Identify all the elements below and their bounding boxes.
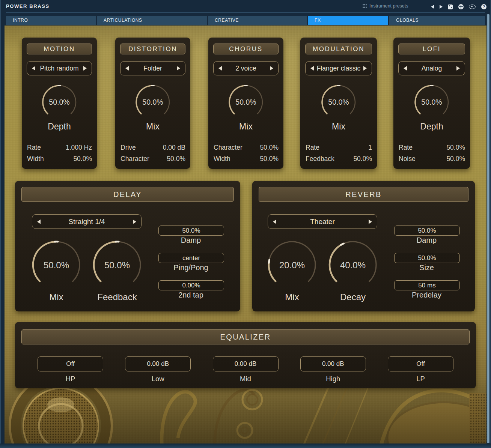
tab-fx[interactable]: FX [308,16,388,25]
eq-hp-field[interactable]: Off [38,356,103,371]
prev-arrow-icon[interactable] [32,66,35,71]
eq-lp-field[interactable]: Off [388,356,453,371]
knob-label: Depth [22,122,97,132]
param-value[interactable]: 1.000 Hz [66,144,92,152]
scrollbar-thumb[interactable] [487,14,489,443]
window-bottom-edge [0,443,491,448]
tab-creative[interactable]: CREATIVE [208,16,307,25]
chorus-preset-selector[interactable]: 2 voice [213,61,279,75]
delay-mix-knob[interactable]: 50.0% [28,239,84,292]
delay-pingpong-field[interactable]: center [158,253,224,263]
tab-articulations[interactable]: ARTICULATIONS [97,16,207,25]
param-value[interactable]: 50.0% [260,155,279,163]
chorus-params: Character50.0% Width50.0% [214,142,279,164]
eq-high-field[interactable]: 0.00 dB [300,356,366,371]
knob-label: Feedback [80,292,155,302]
next-arrow-icon[interactable] [363,66,367,71]
svg-text:50.0%: 50.0% [49,98,69,106]
prev-arrow-icon[interactable] [218,66,222,71]
eq-mid-field[interactable]: 0.00 dB [213,356,279,371]
window-edge-left [0,0,1,448]
param-value[interactable]: 50.0% [73,155,92,163]
reverb-decay-knob[interactable]: 40.0% [325,239,381,292]
modulation-preset-selector[interactable]: Flanger classic [305,61,372,75]
lofi-preset-selector[interactable]: Analog [398,61,465,75]
next-arrow-icon[interactable] [369,219,372,224]
equalizer-bands: Off HP 0.00 dB Low 0.00 dB Mid 0.00 dB H… [38,356,453,383]
field-label: Predelay [394,291,459,299]
reverb-predelay-field[interactable]: 50 ms [394,280,460,290]
reverb-mix-knob[interactable]: 20.0% [264,239,320,292]
motion-preset-selector[interactable]: Pitch random [27,61,92,75]
eq-band-label: HP [38,375,103,383]
prev-arrow-icon[interactable] [310,66,314,71]
eye-icon[interactable] [469,5,476,9]
param-value[interactable]: 50.0% [353,155,372,163]
mix-knob[interactable]: 50.0% [115,83,190,119]
field-label: 2nd tap [158,291,223,299]
selector-value: Pitch random [35,65,83,72]
next-arrow-icon[interactable] [177,66,180,71]
motion-params: Rate1.000 Hz Width50.0% [27,142,92,164]
param-row: Character50.0% [120,153,185,165]
svg-text:50.0%: 50.0% [104,260,130,270]
svg-text:50.0%: 50.0% [142,98,163,106]
param-row: Rate50.0% [399,142,465,153]
eq-band-label: LP [388,375,453,383]
title-bar: POWER BRASS Instrument presets ? [0,0,491,14]
selector-value: Analog [407,65,456,72]
mix-knob[interactable]: 50.0% [208,83,283,119]
eq-low-field[interactable]: 0.00 dB [125,356,191,371]
param-name: Character [120,155,149,163]
svg-text:40.0%: 40.0% [340,260,366,270]
prev-arrow-icon[interactable] [404,66,407,71]
prev-arrow-icon[interactable] [273,219,276,224]
param-value[interactable]: 50.0% [260,144,279,152]
param-name: Feedback [306,155,334,163]
vertical-scrollbar[interactable] [486,14,490,443]
next-arrow-icon[interactable] [83,66,87,71]
param-value[interactable]: 50.0% [446,155,465,163]
eq-lp-band: Off LP [388,356,453,383]
eq-mid-band: 0.00 dB Mid [213,356,279,383]
presets-label: Instrument presets [369,3,408,9]
equalizer-panel: EQUALIZER Off HP 0.00 dB Low 0.00 dB Mid… [15,322,476,388]
mix-knob[interactable]: 50.0% [300,83,377,119]
distortion-preset-selector[interactable]: Folder [120,61,185,75]
module-title: MOTION [27,44,92,54]
prev-arrow-icon[interactable] [125,66,129,71]
help-icon[interactable]: ? [481,4,486,9]
delay-panel: DELAY Straight 1/4 50.0% Mix 50.0% Feedb… [15,181,240,311]
distortion-params: Drive0.00 dB Character50.0% [120,142,185,164]
delay-preset-selector[interactable]: Straight 1/4 [32,214,142,229]
delay-damp-field[interactable]: 50.0% [158,226,224,236]
next-preset-icon[interactable] [440,5,443,9]
param-value[interactable]: 50.0% [167,155,185,163]
next-arrow-icon[interactable] [133,219,136,224]
param-value[interactable]: 50.0% [446,144,465,152]
target-icon[interactable] [458,4,464,9]
delay-2ndtap-field[interactable]: 0.00% [158,280,224,290]
next-arrow-icon[interactable] [270,66,273,71]
next-arrow-icon[interactable] [456,66,460,71]
depth-knob[interactable]: 50.0% [393,83,470,119]
param-value[interactable]: 1 [368,144,372,152]
tab-intro[interactable]: INTRO [6,16,96,25]
reverb-damp-field[interactable]: 50.0% [394,226,460,236]
tab-label: ARTICULATIONS [104,18,142,23]
prev-preset-icon[interactable] [431,5,434,9]
knob-label: Mix [300,122,377,132]
delay-feedback-knob[interactable]: 50.0% [89,239,145,292]
param-value[interactable]: 0.00 dB [163,144,185,152]
module-title: LOFI [398,44,465,54]
reverb-size-field[interactable]: 50.0% [394,253,460,263]
random-preset-dice-icon[interactable] [448,5,453,9]
tab-globals[interactable]: GLOBALS [389,16,485,25]
reverb-preset-selector[interactable]: Theater [268,214,377,229]
distortion-module: DISTORTION Folder 50.0% Mix Drive0.00 dB… [115,38,190,169]
prev-arrow-icon[interactable] [37,219,41,224]
svg-text:50.0%: 50.0% [44,260,69,270]
preset-selector[interactable]: Instrument presets [363,3,408,9]
depth-knob[interactable]: 50.0% [22,83,97,119]
panel-title: REVERB [259,187,468,202]
